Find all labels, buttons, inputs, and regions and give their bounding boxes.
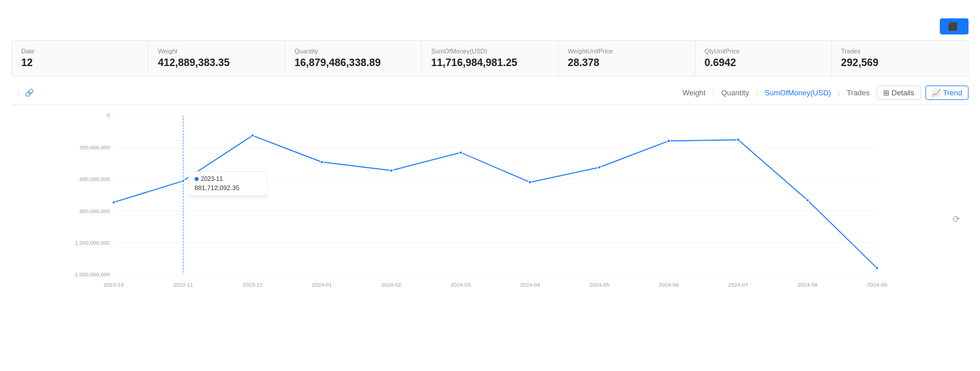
svg-text:2023-10: 2023-10 [104, 281, 124, 288]
svg-text:2024-01: 2024-01 [312, 281, 332, 288]
stat-value: 412,889,383.35 [158, 57, 275, 69]
view-trade-records-link[interactable]: 🔗 [25, 88, 36, 97]
svg-point-26 [182, 179, 185, 182]
svg-text:2024-04: 2024-04 [520, 281, 540, 288]
stat-value: 0.6942 [705, 57, 822, 69]
trend-chart: 1,500,000,0001,200,000,000900,000,000600… [52, 115, 934, 299]
stat-label: WeightUnitPrice [568, 48, 686, 55]
metric-trades[interactable]: Trades [845, 87, 872, 98]
svg-text:2023-12: 2023-12 [243, 281, 263, 288]
stat-value: 292,569 [841, 57, 959, 69]
stat-label: Quantity [294, 48, 412, 55]
details-left: | 🔗 [11, 88, 36, 97]
scroll-icon: ⟳ [952, 214, 960, 225]
export-icon: ⬛ [948, 22, 958, 31]
svg-text:2023-11: 2023-11 [173, 281, 193, 288]
svg-text:300,000,000: 300,000,000 [79, 144, 110, 150]
svg-point-32 [598, 166, 601, 169]
svg-text:1,500,000,000: 1,500,000,000 [75, 271, 110, 277]
svg-point-33 [667, 140, 670, 142]
stat-value: 16,879,486,338.89 [294, 57, 412, 69]
stat-label: QtyUnitPrice [705, 48, 822, 55]
external-link-icon: 🔗 [25, 88, 34, 97]
stat-item: Trades 292,569 [832, 41, 968, 76]
svg-point-36 [876, 266, 878, 269]
export-button[interactable]: ⬛ [940, 18, 969, 34]
svg-text:1,200,000,000: 1,200,000,000 [75, 239, 110, 246]
overview-section-header: ⬛ [11, 18, 969, 34]
stat-item: SumOfMoney(USD) 11,716,984,981.25 [422, 41, 558, 76]
svg-text:0: 0 [107, 112, 110, 118]
svg-point-28 [320, 161, 323, 164]
svg-text:2024-03: 2024-03 [450, 281, 470, 288]
stat-label: Weight [158, 48, 275, 55]
metric-divider: | [838, 88, 839, 97]
stat-value: 28.378 [568, 57, 686, 69]
divider: | [17, 88, 19, 97]
trend-icon: 📈 [932, 88, 941, 97]
stats-row: Date 12Weight 412,889,383.35Quantity 16,… [11, 40, 969, 76]
svg-point-31 [528, 181, 531, 184]
stat-item: Quantity 16,879,486,338.89 [285, 41, 422, 76]
tab-trend[interactable]: 📈Trend [925, 86, 969, 100]
page: ⬛ Date 12Weight 412,889,383.35Quantity 1… [0, 0, 980, 371]
svg-point-29 [390, 169, 392, 172]
svg-text:2024-02: 2024-02 [382, 281, 402, 288]
stat-item: WeightUnitPrice 28.378 [559, 41, 695, 76]
svg-point-34 [737, 138, 740, 141]
svg-text:900,000,000: 900,000,000 [79, 208, 110, 214]
details-right: Weight|Quantity|SumOfMoney(USD)|Trades⊞D… [680, 86, 969, 100]
metric-divider: | [713, 88, 714, 97]
stat-item: Date 12 [12, 41, 149, 76]
svg-text:600,000,000: 600,000,000 [79, 176, 110, 182]
svg-text:2024-09: 2024-09 [867, 281, 887, 288]
svg-text:2024-07: 2024-07 [728, 281, 748, 288]
svg-text:2024-06: 2024-06 [659, 281, 679, 288]
stat-label: Date [21, 48, 139, 55]
details-bar: | 🔗 Weight|Quantity|SumOfMoney(USD)|Trad… [11, 86, 969, 105]
stat-item: Weight 412,889,383.35 [149, 41, 285, 76]
metric-quantity[interactable]: Quantity [719, 87, 751, 98]
metric-weight[interactable]: Weight [680, 87, 707, 98]
tab-details[interactable]: ⊞Details [877, 86, 921, 100]
svg-point-30 [459, 151, 462, 154]
metric-divider: | [756, 88, 757, 97]
stat-value: 11,716,984,981.25 [431, 57, 549, 69]
metric-sumofmoneyusd[interactable]: SumOfMoney(USD) [763, 87, 834, 98]
svg-point-35 [806, 199, 809, 202]
chart-container: 1,500,000,0001,200,000,000900,000,000600… [11, 110, 969, 328]
stat-label: Trades [841, 48, 959, 55]
stat-label: SumOfMoney(USD) [431, 48, 549, 55]
svg-point-27 [251, 134, 254, 137]
stat-item: QtyUnitPrice 0.6942 [695, 41, 832, 76]
table-icon: ⊞ [883, 88, 889, 97]
svg-point-25 [112, 201, 115, 204]
svg-text:2024-05: 2024-05 [589, 281, 609, 288]
stat-value: 12 [21, 57, 139, 69]
svg-text:2024-08: 2024-08 [798, 281, 818, 288]
